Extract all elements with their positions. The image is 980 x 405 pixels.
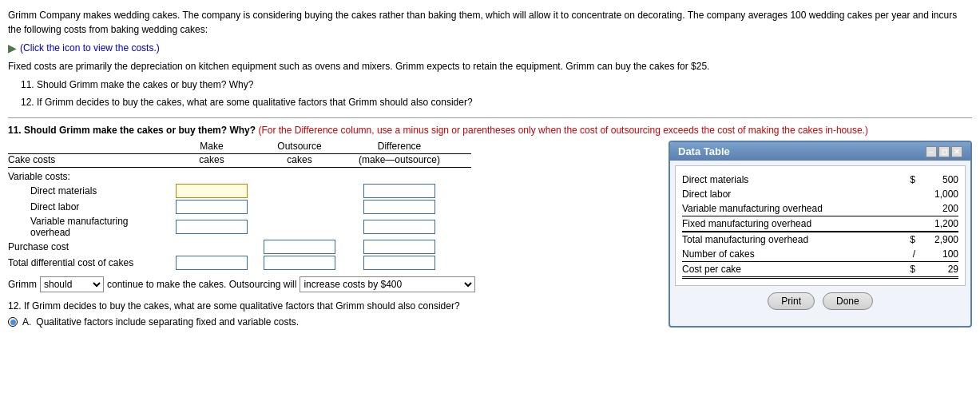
total-diff-diff-cell: [343, 256, 455, 270]
option-a-prefix: A.: [22, 316, 31, 328]
variable-mfg-diff-cell: [343, 220, 455, 234]
intro-text: Grimm Company makes wedding cakes. The c…: [8, 8, 972, 37]
dt-cost-per-cake-val: 29: [919, 264, 958, 275]
header-col3: Outsource: [256, 141, 343, 152]
total-diff-outsource-input[interactable]: [264, 256, 335, 270]
section11-hint: (For the Difference column, use a minus …: [258, 125, 868, 136]
direct-materials-diff-cell: [343, 184, 455, 198]
window-buttons: ─ ◻ ✕: [926, 146, 962, 157]
variable-mfg-make-cell: [168, 220, 256, 234]
total-diff-diff-input[interactable]: [363, 256, 435, 270]
dt-total-mfg-sym: $: [903, 234, 919, 245]
data-table-title: Data Table: [678, 145, 730, 157]
table-header-row: Make Outsource Difference: [8, 141, 471, 154]
question-12: 12. If Grimm decides to buy the cakes, w…: [21, 94, 972, 112]
dt-action-row: Print Done: [670, 292, 970, 310]
print-button[interactable]: Print: [768, 292, 815, 310]
dt-variable-mfg-val: 200: [919, 203, 958, 214]
direct-labor-make-input[interactable]: [176, 200, 248, 214]
dt-number-cakes-val: 100: [919, 248, 958, 260]
header-col4: Difference: [343, 141, 455, 152]
total-diff-outsource-cell: [256, 256, 343, 270]
direct-labor-label: Direct labor: [8, 201, 168, 212]
dt-number-cakes-sym: /: [903, 248, 919, 260]
variable-mfg-overhead-label: Variable manufacturing overhead: [8, 216, 168, 238]
variable-mfg-diff-input[interactable]: [363, 220, 435, 234]
subheader-col3: cakes: [256, 154, 343, 165]
direct-materials-diff-input[interactable]: [363, 184, 435, 198]
dt-fixed-mfg-val: 1,200: [919, 218, 958, 229]
row-direct-labor: Direct labor: [8, 200, 471, 214]
fixed-costs-text: Fixed costs are primarily the depreciati…: [8, 59, 972, 73]
dt-direct-labor-label: Direct labor: [682, 189, 903, 200]
click-link-text: (Click the icon to view the costs.): [20, 42, 160, 54]
question-11: 11. Should Grimm make the cakes or buy t…: [21, 77, 972, 94]
purchase-cost-outsource-input[interactable]: [264, 240, 335, 254]
dt-total-mfg-label: Total manufacturing overhead: [682, 234, 903, 245]
grimm-label: Grimm: [8, 279, 37, 290]
main-content: Make Outsource Difference Cake costs cak…: [8, 141, 972, 328]
direct-labor-make-cell: [168, 200, 256, 214]
total-diff-make-cell: [168, 256, 256, 270]
total-diff-cost-label: Total differential cost of cakes: [8, 257, 168, 268]
header-col2: Make: [168, 141, 256, 152]
done-button[interactable]: Done: [823, 292, 873, 310]
dt-direct-materials-label: Direct materials: [682, 174, 903, 185]
row-direct-materials: Direct materials: [8, 184, 471, 198]
dt-row-total-mfg: Total manufacturing overhead $ 2,900: [682, 231, 958, 247]
dt-number-cakes-label: Number of cakes: [682, 248, 903, 260]
purchase-cost-diff-cell: [343, 240, 455, 254]
radio-filled-a: [10, 320, 16, 325]
dt-row-variable-mfg-overhead: Variable manufacturing overhead 200: [682, 201, 958, 216]
link-icon: ▶: [8, 42, 17, 54]
total-diff-make-input[interactable]: [176, 256, 248, 270]
radio-circle-a: [8, 317, 18, 327]
subheader-col1: Cake costs: [8, 154, 168, 165]
dt-row-number-cakes: Number of cakes / 100: [682, 247, 958, 261]
dt-direct-materials-sym: $: [903, 174, 919, 185]
purchase-cost-label: Purchase cost: [8, 241, 168, 252]
direct-materials-label: Direct materials: [8, 185, 168, 197]
dt-total-mfg-val: 2,900: [919, 234, 958, 245]
dt-cost-per-cake-sym: $: [903, 264, 919, 275]
left-panel: Make Outsource Difference Cake costs cak…: [8, 141, 653, 328]
variable-mfg-make-input[interactable]: [176, 220, 248, 234]
row-total-diff-cost: Total differential cost of cakes: [8, 256, 471, 270]
direct-materials-make-cell: [168, 184, 256, 198]
variable-costs-label: Variable costs:: [8, 171, 168, 182]
row-purchase-cost: Purchase cost: [8, 240, 471, 254]
dt-row-fixed-mfg-overhead: Fixed manufacturing overhead 1,200: [682, 216, 958, 231]
direct-materials-make-input[interactable]: [176, 184, 248, 198]
divider: [8, 117, 972, 118]
dt-row-direct-labor: Direct labor 1,000: [682, 187, 958, 201]
questions-list: 11. Should Grimm make the cakes or buy t…: [21, 77, 972, 111]
minimize-button[interactable]: ─: [926, 146, 937, 157]
row-variable-costs: Variable costs:: [8, 171, 471, 182]
outsourcing-effect-dropdown[interactable]: increase costs by $400 decrease costs by…: [300, 276, 475, 292]
subheader-col4: (make—outsource): [343, 154, 455, 165]
dt-direct-labor-val: 1,000: [919, 189, 958, 200]
data-table-header: Data Table ─ ◻ ✕: [670, 142, 970, 161]
bottom-sentence: Grimm should should not continue to make…: [8, 276, 653, 292]
q12-title: 12. If Grimm decides to buy the cakes, w…: [8, 300, 653, 312]
table-subheader: Cake costs cakes cakes (make—outsource): [8, 154, 471, 168]
section-11-title: 11. Should Grimm make the cakes or buy t…: [8, 125, 972, 136]
dt-row-cost-per-cake: Cost per cake $ 29: [682, 261, 958, 279]
close-button[interactable]: ✕: [951, 146, 962, 157]
dt-variable-mfg-overhead-label: Variable manufacturing overhead: [682, 203, 903, 214]
purchase-cost-outsource-cell: [256, 240, 343, 254]
grimm-dropdown[interactable]: should should not: [40, 276, 104, 292]
click-link[interactable]: ▶ (Click the icon to view the costs.): [8, 42, 972, 54]
subheader-col2: cakes: [168, 154, 256, 165]
data-table: Data Table ─ ◻ ✕ Direct materials $ 500 …: [669, 141, 972, 328]
dt-row-direct-materials: Direct materials $ 500: [682, 173, 958, 187]
header-col1: [8, 141, 168, 152]
continue-text: continue to make the cakes. Outsourcing …: [107, 279, 296, 290]
direct-labor-diff-input[interactable]: [363, 200, 435, 214]
radio-option-a[interactable]: A. Qualitative factors include separatin…: [8, 316, 653, 328]
purchase-cost-diff-input[interactable]: [363, 240, 435, 254]
dt-direct-materials-val: 500: [919, 174, 958, 185]
dt-cost-per-cake-label: Cost per cake: [682, 264, 903, 275]
row-variable-mfg-overhead: Variable manufacturing overhead: [8, 216, 471, 238]
restore-button[interactable]: ◻: [938, 146, 950, 157]
